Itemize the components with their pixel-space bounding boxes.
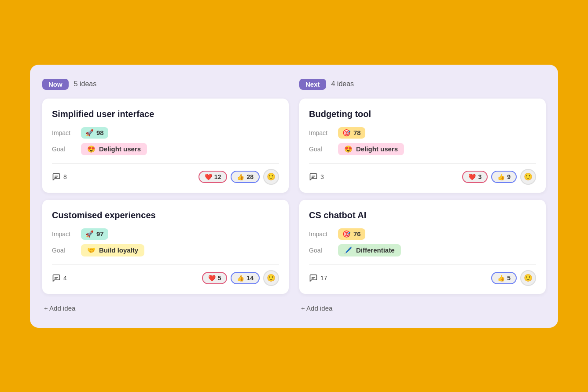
reaction-emoji: 👍	[237, 275, 244, 282]
card-title: Budgeting tool	[309, 109, 536, 119]
reactions: ❤️12👍28🙂	[198, 169, 279, 185]
smiley-icon: 🙂	[524, 172, 533, 181]
card-card-2: Customised experiencesImpact🚀 97Goal🤝 Bu…	[42, 200, 289, 294]
goal-badge: 🤝 Build loyalty	[81, 244, 144, 256]
reaction-pill-👍[interactable]: 👍9	[491, 171, 517, 183]
impact-row: Impact🚀 97	[52, 228, 279, 240]
goal-label: Goal	[52, 146, 74, 153]
reaction-emoji: 👍	[497, 173, 505, 180]
card-divider	[52, 163, 279, 164]
impact-value: 78	[353, 129, 361, 136]
comments[interactable]: 4	[52, 274, 67, 282]
impact-badge: 🚀 98	[81, 127, 108, 139]
add-reaction-button[interactable]: 🙂	[263, 270, 279, 286]
goal-label: Goal	[52, 247, 74, 254]
card-card-1: Simplified user interfaceImpact🚀 98Goal😍…	[42, 99, 289, 193]
comment-icon	[52, 274, 61, 282]
impact-value: 76	[353, 230, 361, 238]
add-reaction-button[interactable]: 🙂	[520, 169, 536, 185]
card-footer: 8❤️12👍28🙂	[52, 169, 279, 185]
impact-badge: 🎯 78	[338, 127, 365, 139]
add-reaction-button[interactable]: 🙂	[520, 270, 536, 286]
column-count-next: 4 ideas	[331, 80, 354, 88]
card-footer: 4❤️5👍14🙂	[52, 270, 279, 286]
impact-row: Impact🎯 76	[309, 228, 536, 240]
reaction-pill-❤️[interactable]: ❤️12	[198, 171, 228, 183]
add-idea-button-now[interactable]: + Add idea	[42, 301, 289, 315]
goal-text: Differentiate	[356, 246, 395, 254]
reaction-count: 3	[478, 173, 481, 180]
impact-label: Impact	[52, 129, 74, 136]
impact-value: 97	[96, 230, 104, 238]
add-reaction-button[interactable]: 🙂	[263, 169, 279, 185]
impact-badge: 🚀 97	[81, 228, 108, 240]
goal-emoji: 😍	[344, 145, 353, 153]
card-card-4: CS chatbot AIImpact🎯 76Goal🖊️ Differenti…	[299, 200, 546, 294]
goal-row: Goal🖊️ Differentiate	[309, 244, 536, 256]
comment-icon	[309, 274, 318, 282]
reaction-emoji: 👍	[497, 275, 505, 282]
card-title: Simplified user interface	[52, 109, 279, 119]
comment-count: 8	[63, 173, 67, 180]
goal-badge: 😍 Delight users	[81, 143, 147, 155]
reaction-pill-👍[interactable]: 👍28	[231, 171, 260, 183]
goal-text: Build loyalty	[99, 246, 138, 254]
column-now: Now5 ideasSimplified user interfaceImpac…	[42, 79, 289, 315]
card-divider	[309, 163, 536, 164]
goal-row: Goal😍 Delight users	[52, 143, 279, 155]
impact-emoji: 🚀	[85, 230, 94, 238]
column-count-now: 5 ideas	[74, 80, 97, 88]
reaction-pill-❤️[interactable]: ❤️5	[202, 272, 228, 284]
goal-label: Goal	[309, 146, 331, 153]
impact-emoji: 🎯	[342, 230, 351, 238]
reaction-emoji: ❤️	[468, 173, 476, 180]
goal-text: Delight users	[356, 145, 398, 153]
reaction-pill-❤️[interactable]: ❤️3	[462, 171, 488, 183]
goal-row: Goal😍 Delight users	[309, 143, 536, 155]
reaction-pill-👍[interactable]: 👍5	[491, 272, 517, 284]
impact-label: Impact	[52, 231, 74, 238]
comment-count: 3	[320, 173, 324, 180]
comments[interactable]: 3	[309, 172, 324, 181]
card-footer: 17👍5🙂	[309, 270, 536, 286]
comment-count: 4	[63, 275, 67, 282]
smiley-icon: 🙂	[524, 274, 533, 282]
impact-badge: 🎯 76	[338, 228, 365, 240]
reaction-count: 28	[246, 173, 254, 180]
column-next: Next4 ideasBudgeting toolImpact🎯 78Goal😍…	[299, 79, 546, 315]
impact-value: 98	[96, 129, 104, 136]
impact-emoji: 🚀	[85, 129, 94, 137]
comments[interactable]: 8	[52, 172, 67, 181]
column-badge-now: Now	[42, 79, 69, 90]
add-idea-button-next[interactable]: + Add idea	[299, 301, 546, 315]
reaction-emoji: ❤️	[205, 173, 212, 180]
card-divider	[52, 264, 279, 265]
outer-wrapper: Now5 ideasSimplified user interfaceImpac…	[30, 65, 558, 328]
comments[interactable]: 17	[309, 274, 327, 282]
impact-label: Impact	[309, 129, 331, 136]
impact-row: Impact🚀 98	[52, 127, 279, 139]
reaction-emoji: 👍	[237, 173, 244, 180]
card-card-3: Budgeting toolImpact🎯 78Goal😍 Delight us…	[299, 99, 546, 193]
goal-badge: 🖊️ Differentiate	[338, 244, 401, 256]
reaction-pill-👍[interactable]: 👍14	[231, 272, 260, 284]
goal-text: Delight users	[99, 145, 141, 153]
comment-count: 17	[320, 275, 327, 282]
reaction-count: 9	[507, 173, 511, 180]
reaction-count: 14	[246, 275, 254, 282]
card-title: CS chatbot AI	[309, 210, 536, 220]
card-meta: Impact🚀 97Goal🤝 Build loyalty	[52, 228, 279, 256]
smiley-icon: 🙂	[267, 172, 276, 181]
kanban-board: Now5 ideasSimplified user interfaceImpac…	[30, 65, 558, 328]
impact-row: Impact🎯 78	[309, 127, 536, 139]
reaction-count: 12	[214, 173, 221, 180]
card-meta: Impact🎯 78Goal😍 Delight users	[309, 127, 536, 155]
card-meta: Impact🎯 76Goal🖊️ Differentiate	[309, 228, 536, 256]
reactions: 👍5🙂	[491, 270, 536, 286]
goal-emoji: 🖊️	[344, 246, 353, 254]
column-header-next: Next4 ideas	[299, 79, 546, 90]
comment-icon	[309, 172, 318, 181]
goal-emoji: 🤝	[87, 246, 96, 254]
reactions: ❤️3👍9🙂	[462, 169, 536, 185]
reactions: ❤️5👍14🙂	[202, 270, 279, 286]
